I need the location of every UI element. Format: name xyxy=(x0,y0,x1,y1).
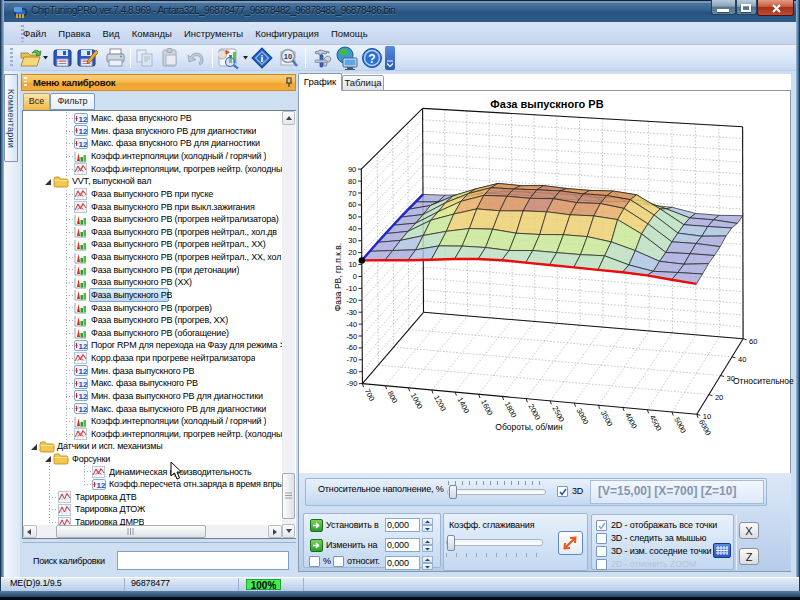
svg-text:10: 10 xyxy=(703,412,711,421)
svg-text:12: 12 xyxy=(79,367,88,376)
svg-text:5000: 5000 xyxy=(672,416,688,435)
svg-text:0: 0 xyxy=(353,272,357,281)
svg-text:Фаза выпускного РВ: Фаза выпускного РВ xyxy=(490,98,603,110)
svg-text:12: 12 xyxy=(97,480,106,489)
svg-text:70: 70 xyxy=(348,189,356,198)
svg-text:20: 20 xyxy=(348,248,356,257)
svg-text:?: ? xyxy=(368,52,375,66)
svg-text:-60: -60 xyxy=(346,343,357,352)
svg-text:2500: 2500 xyxy=(550,405,566,424)
svg-text:3000: 3000 xyxy=(575,407,591,426)
svg-text:40: 40 xyxy=(348,224,356,233)
svg-text:-20: -20 xyxy=(346,296,357,305)
svg-text:-40: -40 xyxy=(346,320,357,329)
svg-text:1600: 1600 xyxy=(479,398,495,417)
svg-text:1200: 1200 xyxy=(432,394,448,413)
svg-text:12: 12 xyxy=(79,404,88,413)
svg-text:700: 700 xyxy=(363,387,377,402)
svg-text:12: 12 xyxy=(79,341,88,350)
svg-text:10: 10 xyxy=(284,52,292,61)
svg-text:12: 12 xyxy=(79,392,88,401)
svg-text:60: 60 xyxy=(348,200,356,209)
svg-text:-50: -50 xyxy=(346,332,357,341)
svg-text:Фаза РВ, гр.п.к.в.: Фаза РВ, гр.п.к.в. xyxy=(333,243,343,311)
svg-text:50: 50 xyxy=(348,212,356,221)
svg-text:12: 12 xyxy=(79,127,88,136)
svg-text:20: 20 xyxy=(715,393,723,402)
svg-text:2000: 2000 xyxy=(526,402,542,421)
svg-text:3500: 3500 xyxy=(599,409,615,428)
svg-text:12: 12 xyxy=(79,379,88,388)
svg-text:80: 80 xyxy=(348,177,356,186)
svg-text:12: 12 xyxy=(79,114,88,123)
svg-text:-10: -10 xyxy=(346,284,357,293)
svg-text:1800: 1800 xyxy=(503,400,519,419)
svg-text:800: 800 xyxy=(386,389,400,404)
svg-text:12: 12 xyxy=(79,139,88,148)
svg-text:-70: -70 xyxy=(346,355,357,364)
svg-text:4000: 4000 xyxy=(623,411,639,430)
svg-text:Обороты, об/мин: Обороты, об/мин xyxy=(495,422,563,432)
svg-text:1000: 1000 xyxy=(409,392,425,411)
svg-text:90: 90 xyxy=(348,165,356,174)
svg-text:i: i xyxy=(261,53,264,64)
svg-text:40: 40 xyxy=(738,355,746,364)
svg-text:-30: -30 xyxy=(346,308,357,317)
svg-text:-80: -80 xyxy=(346,367,357,376)
svg-text:Относительное н: Относительное н xyxy=(733,376,795,386)
svg-text:30: 30 xyxy=(348,236,356,245)
svg-text:1400: 1400 xyxy=(455,396,471,415)
svg-text:60: 60 xyxy=(749,337,757,346)
svg-text:-90: -90 xyxy=(347,379,358,388)
svg-text:10: 10 xyxy=(348,260,356,269)
svg-text:4500: 4500 xyxy=(648,414,664,433)
